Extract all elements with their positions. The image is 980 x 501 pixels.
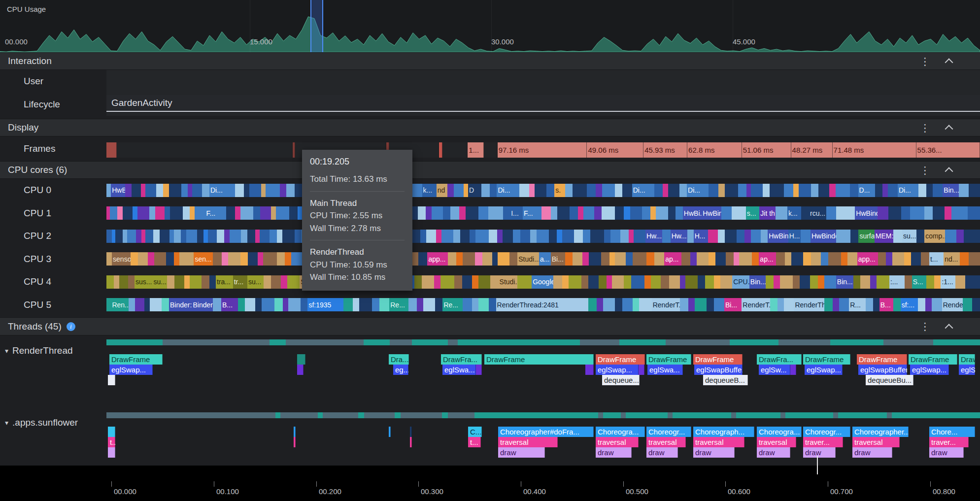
- trace-segment[interactable]: [475, 252, 482, 266]
- trace-segment[interactable]: [454, 184, 464, 197]
- trace-segment[interactable]: [965, 275, 980, 289]
- trace-segment[interactable]: [676, 206, 683, 220]
- trace-segment[interactable]: [442, 142, 468, 158]
- trace-segment[interactable]: tra...: [216, 275, 233, 289]
- trace-segment[interactable]: [969, 184, 980, 197]
- trace-segment[interactable]: [169, 184, 182, 197]
- trace-span[interactable]: Choreographer...: [852, 427, 909, 437]
- trace-segment[interactable]: [131, 252, 138, 266]
- trace-segment[interactable]: [751, 230, 761, 243]
- trace-segment[interactable]: [447, 184, 454, 197]
- timeline-axis[interactable]: 00.00000.10000.20000.30000.40000.50000.6…: [0, 466, 980, 501]
- trace-segment[interactable]: 51.06 ms: [742, 142, 791, 158]
- trace-segment[interactable]: [669, 275, 680, 289]
- trace-segment[interactable]: [359, 298, 372, 311]
- trace-segment[interactable]: [666, 339, 730, 345]
- trace-segment[interactable]: [620, 230, 628, 243]
- trace-segment[interactable]: 97.16 ms: [498, 142, 587, 158]
- trace-segment[interactable]: [271, 275, 281, 289]
- trace-segment[interactable]: [209, 275, 216, 289]
- trace-segment[interactable]: [137, 206, 149, 220]
- trace-segment[interactable]: [133, 206, 137, 220]
- kebab-menu-icon[interactable]: ⋮: [920, 56, 930, 67]
- trace-segment[interactable]: [926, 184, 933, 197]
- trace-segment[interactable]: [626, 412, 668, 418]
- trace-segment[interactable]: [870, 275, 877, 289]
- trace-segment[interactable]: [440, 275, 454, 289]
- trace-segment[interactable]: [688, 298, 695, 311]
- trace-segment[interactable]: [439, 142, 442, 158]
- trace-segment[interactable]: [277, 252, 285, 266]
- trace-segment[interactable]: [932, 298, 942, 311]
- trace-segment[interactable]: comp...: [924, 230, 945, 243]
- trace-segment[interactable]: [892, 412, 980, 418]
- trace-segment[interactable]: [464, 184, 468, 197]
- trace-segment[interactable]: [751, 184, 763, 197]
- trace-span[interactable]: eglSwa...: [442, 365, 476, 375]
- trace-span[interactable]: Choreogra...: [596, 427, 645, 437]
- trace-span[interactable]: draw: [646, 447, 678, 458]
- trace-segment[interactable]: [472, 275, 478, 289]
- trace-segment[interactable]: [833, 412, 838, 418]
- trace-segment[interactable]: 62.8 ms: [687, 142, 742, 158]
- trace-segment[interactable]: [801, 230, 811, 243]
- trace-segment[interactable]: [633, 252, 646, 266]
- trace-span[interactable]: [297, 365, 304, 375]
- trace-segment[interactable]: [247, 230, 255, 243]
- trace-segment[interactable]: [414, 275, 422, 289]
- trace-segment[interactable]: [663, 184, 668, 197]
- trace-segment[interactable]: [780, 275, 793, 289]
- trace-segment[interactable]: [442, 412, 448, 418]
- trace-segment[interactable]: [106, 298, 111, 311]
- trace-segment[interactable]: [253, 206, 261, 220]
- trace-segment[interactable]: [110, 206, 117, 220]
- trace-segment[interactable]: [811, 252, 821, 266]
- trace-segment[interactable]: [286, 184, 295, 197]
- trace-segment[interactable]: [860, 275, 870, 289]
- trace-segment[interactable]: [964, 230, 980, 243]
- trace-segment[interactable]: [106, 230, 112, 243]
- trace-segment[interactable]: H...: [788, 230, 801, 243]
- trace-segment[interactable]: [972, 298, 980, 311]
- trace-segment[interactable]: [883, 339, 934, 345]
- trace-segment[interactable]: [181, 230, 186, 243]
- trace-segment[interactable]: [801, 206, 810, 220]
- trace-segment[interactable]: [291, 252, 303, 266]
- trace-segment[interactable]: [945, 206, 952, 220]
- trace-segment[interactable]: [160, 230, 169, 243]
- trace-segment[interactable]: [436, 230, 441, 243]
- trace-segment[interactable]: [873, 298, 879, 311]
- trace-segment[interactable]: [730, 339, 778, 345]
- section-header-interaction[interactable]: Interaction ⋮: [0, 52, 980, 70]
- trace-segment[interactable]: [925, 298, 932, 311]
- trace-segment[interactable]: [918, 184, 927, 197]
- trace-segment[interactable]: [690, 252, 697, 266]
- trace-segment[interactable]: [785, 412, 833, 418]
- trace-segment[interactable]: [482, 252, 492, 266]
- trace-segment[interactable]: [426, 206, 431, 220]
- trace-segment[interactable]: [631, 275, 644, 289]
- trace-segment[interactable]: [892, 252, 904, 266]
- trace-segment[interactable]: [654, 184, 663, 197]
- trace-segment[interactable]: HwBind...: [855, 206, 878, 220]
- trace-segment[interactable]: [650, 206, 656, 220]
- trace-segment[interactable]: [791, 252, 803, 266]
- trace-segment[interactable]: [530, 230, 537, 243]
- trace-segment[interactable]: [481, 184, 490, 197]
- trace-segment[interactable]: RenderT...: [742, 298, 770, 311]
- trace-segment[interactable]: [573, 184, 587, 197]
- trace-segment[interactable]: [150, 298, 162, 311]
- trace-segment[interactable]: [145, 230, 153, 243]
- trace-segment[interactable]: [435, 298, 442, 311]
- trace-span[interactable]: dequeue...: [602, 375, 640, 385]
- kebab-menu-icon[interactable]: ⋮: [920, 321, 930, 332]
- trace-segment[interactable]: su...: [153, 275, 167, 289]
- trace-segment[interactable]: 45.93 ms: [643, 142, 687, 158]
- trace-segment[interactable]: [136, 230, 141, 243]
- trace-span[interactable]: [294, 427, 296, 437]
- trace-segment[interactable]: [261, 184, 266, 197]
- trace-segment[interactable]: [714, 298, 724, 311]
- trace-segment[interactable]: Di...: [687, 184, 709, 197]
- lifecycle-track[interactable]: GardenActivity: [106, 93, 980, 116]
- trace-segment[interactable]: [271, 206, 275, 220]
